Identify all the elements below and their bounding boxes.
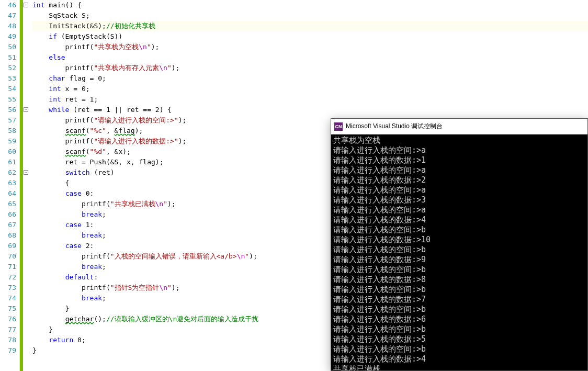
code-token: "共享栈内有存入元素 — [94, 64, 159, 72]
code-line[interactable]: if (EmptyStack(S)) — [32, 31, 588, 42]
line-number: 79 — [0, 345, 16, 356]
code-token: "共享栈为空栈 — [94, 43, 139, 51]
code-line[interactable]: int ret = 1; — [32, 94, 588, 105]
line-number: 53 — [0, 73, 16, 84]
code-line[interactable]: int main() { — [32, 0, 588, 10]
line-number: 75 — [0, 303, 16, 314]
code-line[interactable]: while (ret == 1 || ret == 2) { — [32, 105, 588, 115]
code-token: printf( — [32, 137, 94, 145]
code-token: "入栈的空间输入错误，请重新输入<a/b> — [110, 252, 237, 260]
code-token: } — [32, 346, 37, 354]
code-line[interactable]: else — [32, 52, 588, 63]
code-token: scanf — [65, 127, 86, 134]
code-token: ret = Push(&S, x, flag); — [32, 158, 163, 166]
code-token: \n — [139, 43, 147, 51]
line-number: 46 — [0, 0, 16, 10]
line-number: 47 — [0, 10, 16, 21]
debug-console-window[interactable]: CN Microsoft Visual Studio 调试控制台 共享栈为空栈 … — [331, 118, 588, 371]
code-token: \n — [237, 252, 245, 260]
line-number: 74 — [0, 293, 16, 303]
code-token: while — [49, 106, 69, 114]
code-line[interactable]: InitStack(&S);//初始化共享栈 — [32, 21, 588, 31]
fold-column[interactable]: −−− — [23, 0, 30, 371]
line-number: 73 — [0, 283, 16, 293]
line-number: 48 — [0, 21, 16, 31]
code-token: " — [163, 200, 167, 208]
code-token: switch — [65, 168, 90, 176]
code-line[interactable]: int x = 0; — [32, 84, 588, 94]
code-token — [32, 74, 49, 82]
code-token — [32, 32, 49, 40]
code-token: " — [167, 284, 172, 291]
code-token — [32, 263, 82, 271]
code-token: ); — [172, 284, 180, 291]
line-number: 57 — [0, 115, 16, 126]
code-token — [32, 210, 82, 218]
code-token: "%c" — [90, 127, 106, 134]
code-token: ret = 1; — [61, 95, 98, 103]
code-token: (ret == 1 || ret == 2) { — [69, 106, 172, 114]
code-token: " — [167, 64, 172, 72]
console-titlebar[interactable]: CN Microsoft Visual Studio 调试控制台 — [331, 119, 587, 134]
line-number: 63 — [0, 178, 16, 188]
code-token: x = 0; — [61, 85, 90, 93]
code-token: " — [147, 43, 151, 51]
code-token: 1: — [82, 221, 94, 229]
line-number: 51 — [0, 52, 16, 63]
code-token: ); — [151, 43, 160, 51]
line-number: 69 — [0, 241, 16, 251]
code-token: (EmptyStack(S)) — [57, 32, 122, 40]
code-line[interactable]: char flag = 0; — [32, 73, 588, 84]
code-token — [32, 336, 49, 344]
line-number: 66 — [0, 209, 16, 220]
code-token: break — [82, 210, 102, 218]
code-token: } — [32, 305, 69, 312]
code-token: "共享栈已满栈 — [110, 200, 155, 208]
code-token: "请输入进行入栈的数据:>" — [94, 137, 178, 145]
line-number: 62 — [0, 167, 16, 178]
code-token: ; — [102, 263, 106, 271]
code-token: return — [49, 336, 73, 344]
code-token: &flag — [115, 127, 135, 134]
vs-icon: CN — [334, 122, 343, 131]
code-token: int — [49, 95, 61, 103]
line-number: 64 — [0, 188, 16, 199]
code-token — [32, 242, 65, 250]
code-token — [32, 148, 65, 155]
code-token: " — [245, 252, 249, 260]
code-token: (); — [94, 315, 106, 323]
line-number: 72 — [0, 272, 16, 283]
code-token: "指针S为空指针 — [110, 284, 160, 291]
code-token — [32, 53, 49, 61]
code-token: ; — [102, 294, 106, 302]
line-number: 71 — [0, 262, 16, 272]
code-token: 2: — [82, 242, 94, 250]
line-number: 58 — [0, 126, 16, 136]
fold-toggle-icon[interactable]: − — [24, 107, 28, 112]
line-number: 54 — [0, 84, 16, 94]
code-token — [32, 315, 65, 323]
code-token: ); — [135, 127, 143, 134]
code-token — [32, 294, 82, 302]
code-line[interactable]: printf("共享栈为空栈\n"); — [32, 42, 588, 52]
code-token: printf( — [32, 64, 94, 72]
code-line[interactable]: printf("共享栈内有存入元素\n"); — [32, 63, 588, 73]
code-token: ); — [172, 64, 180, 72]
code-token: \n — [155, 200, 164, 208]
fold-toggle-icon[interactable]: − — [24, 170, 28, 175]
code-token — [32, 168, 65, 176]
fold-toggle-icon[interactable]: − — [24, 3, 28, 7]
code-token: ); — [178, 116, 187, 124]
code-token: , — [106, 127, 115, 134]
code-token: break — [82, 294, 102, 302]
code-token: ); — [178, 137, 187, 145]
code-token: scanf — [65, 148, 86, 155]
code-line[interactable]: SqStack S; — [32, 10, 588, 21]
line-number: 50 — [0, 42, 16, 52]
console-output[interactable]: 共享栈为空栈 请输入进行入栈的空间:>a 请输入进行入栈的数据:>1 请输入进行… — [331, 134, 587, 370]
code-token: int — [49, 85, 61, 93]
code-token: , &x); — [106, 148, 131, 155]
code-token: : — [94, 273, 98, 281]
line-number: 60 — [0, 147, 16, 157]
code-token: "%d" — [90, 148, 106, 155]
